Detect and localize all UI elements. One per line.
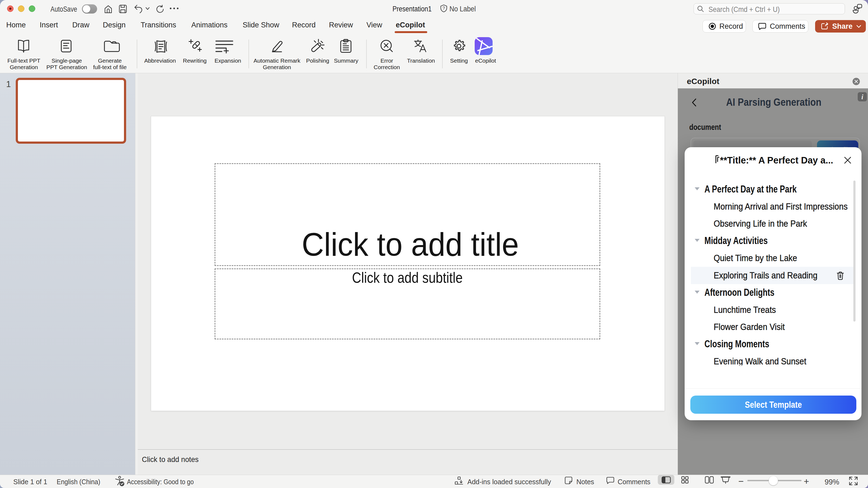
svg-text:?: ? (443, 6, 445, 10)
